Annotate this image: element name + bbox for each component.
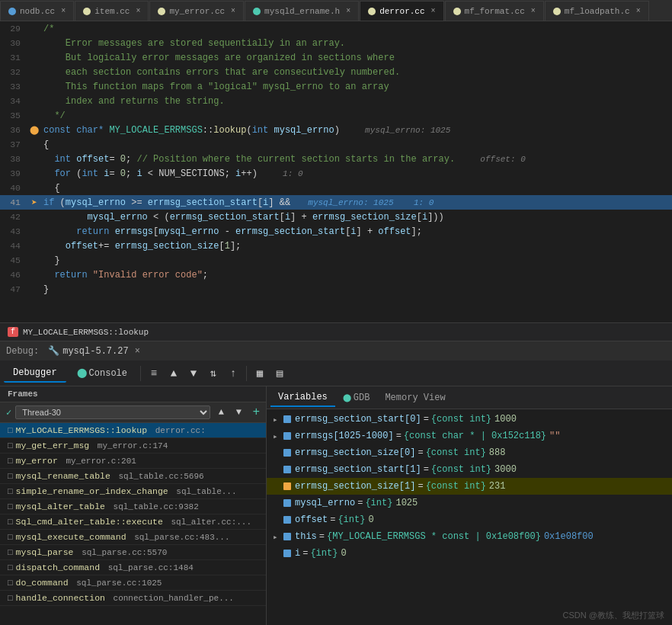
var-dot-6 <box>283 516 291 524</box>
frame-item-8[interactable]: □ mysql_parse sql_parse.cc:5570 <box>0 545 266 560</box>
debug-btn-list[interactable]: ▤ <box>270 364 289 383</box>
var-dot-0 <box>283 415 291 423</box>
tab-derror[interactable]: derror.cc × <box>360 1 443 21</box>
frame-icon-4: □ <box>8 487 13 496</box>
code-line-29: 29 /* <box>0 21 672 36</box>
debug-btn-grid[interactable]: ▦ <box>251 364 269 383</box>
frame-item-2[interactable]: □ my_error my_error.c:201 <box>0 454 266 469</box>
code-view: 29 /* 30 Error messages are stored seque… <box>0 21 672 322</box>
var-expand-0[interactable]: ▸ <box>273 415 283 425</box>
code-line-37: 37 { <box>0 137 672 152</box>
function-label: MY_LOCALE_ERRMSGS::lookup <box>23 328 149 337</box>
var-expand-1[interactable]: ▸ <box>273 431 283 441</box>
var-dot-1 <box>283 432 291 440</box>
tab-item[interactable]: item.cc × <box>75 1 149 21</box>
code-line-30: 30 Error messages are stored sequentiall… <box>0 36 672 50</box>
tab-close-derror[interactable]: × <box>431 7 436 15</box>
debug-btn-down[interactable]: ▼ <box>184 364 203 383</box>
frame-item-9[interactable]: □ dispatch_command sql_parse.cc:1484 <box>0 560 266 575</box>
var-row-5: mysql_errno = {int} 1025 <box>267 495 672 511</box>
code-line-43: 43 return errmsgs[mysql_errno - errmsg_s… <box>0 224 672 239</box>
tab-mf-loadpath[interactable]: mf_loadpath.c × <box>545 1 649 21</box>
frame-name-6: Sql_cmd_alter_table::execute <box>16 517 163 527</box>
var-dot-8 <box>283 550 291 557</box>
vars-tab-gdb[interactable]: ⬤GDB <box>335 389 378 406</box>
code-line-32: 32 each section contains errors that are… <box>0 65 672 79</box>
frame-file-4: sql_table... <box>171 487 237 496</box>
var-dot-5 <box>283 499 291 507</box>
code-content: 29 /* 30 Error messages are stored seque… <box>0 21 672 322</box>
tab-close-mysqld-ername[interactable]: × <box>346 7 350 15</box>
frame-icon-10: □ <box>8 579 13 588</box>
watermark: CSDN @教练、我想打篮球 <box>563 610 664 621</box>
debug-btn-updown[interactable]: ⇅ <box>204 364 222 383</box>
tab-nodb[interactable]: nodb.cc × <box>0 1 74 21</box>
frame-file-3: sql_table.cc:5696 <box>114 472 204 481</box>
tab-debugger[interactable]: Debugger <box>4 364 66 383</box>
frame-item-0[interactable]: □ MY_LOCALE_ERRMSGS::lookup derror.cc: <box>0 423 266 438</box>
frame-name-5: mysql_alter_table <box>16 502 105 511</box>
frame-item-1[interactable]: □ my_get_err_msg my_error.c:174 <box>0 438 266 454</box>
debug-btn-up[interactable]: ▲ <box>165 364 183 383</box>
debug-btn-menu[interactable]: ≡ <box>145 364 163 383</box>
tab-mysqld-ername[interactable]: mysqld_ername.h × <box>245 1 359 21</box>
var-dot-4 <box>283 482 291 490</box>
frame-item-3[interactable]: □ mysql_rename_table sql_table.cc:5696 <box>0 469 266 484</box>
frame-item-10[interactable]: □ do_command sql_parse.cc:1025 <box>0 575 266 591</box>
add-thread-btn[interactable]: + <box>252 405 260 419</box>
var-expand-7[interactable]: ▸ <box>273 532 283 542</box>
thread-nav-down[interactable]: ▼ <box>232 405 245 419</box>
frame-icon-6: □ <box>8 518 13 527</box>
frame-icon-9: □ <box>8 563 13 572</box>
tab-icon-my-error <box>158 8 165 15</box>
tab-close-item[interactable]: × <box>136 7 140 15</box>
frame-name-11: handle_connection <box>16 593 105 603</box>
frame-item-6[interactable]: □ Sql_cmd_alter_table::execute sql_alter… <box>0 514 266 530</box>
code-line-31: 31 But logically error messages are orga… <box>0 50 672 65</box>
editor-area: 29 /* 30 Error messages are stored seque… <box>0 21 672 322</box>
frame-icon-2: □ <box>8 457 13 466</box>
vars-tab-variables[interactable]: Variables <box>270 389 335 407</box>
frame-name-10: do_command <box>16 578 69 588</box>
vars-list: ▸ errmsg_section_start[0] = {const int} … <box>267 409 672 625</box>
var-row-3: errmsg_section_start[1] = {const int} 30… <box>267 461 672 478</box>
frame-item-5[interactable]: □ mysql_alter_table sql_table.cc:9382 <box>0 499 266 514</box>
function-icon: f <box>8 327 18 337</box>
frame-icon-11: □ <box>8 594 13 603</box>
tab-close-nodb[interactable]: × <box>61 7 66 15</box>
frame-item-11[interactable]: □ handle_connection connection_handler_p… <box>0 591 266 606</box>
var-row-1: ▸ errmsgs[1025-1000] = {const char * | 0… <box>267 428 672 444</box>
thread-check: ✓ <box>6 407 11 418</box>
var-expand-4 <box>273 482 283 491</box>
code-line-45: 45 } <box>0 253 672 268</box>
var-row-4: errmsg_section_size[1] = {const int} 231 <box>267 478 672 495</box>
frame-item-4[interactable]: □ simple_rename_or_index_change sql_tabl… <box>0 484 266 499</box>
code-line-40: 40 { <box>0 181 672 195</box>
var-row-2: errmsg_section_size[0] = {const int} 888 <box>267 444 672 461</box>
debug-panels: Frames ✓ Thread-30 ▲ ▼ + □ MY_LOCALE_ERR… <box>0 386 672 625</box>
frame-icon-5: □ <box>8 502 13 511</box>
tab-my-error[interactable]: my_error.cc × <box>149 1 244 21</box>
tab-close-mf-loadpath[interactable]: × <box>636 7 641 15</box>
code-line-41: 41 ➤ if (mysql_errno >= errmsg_section_s… <box>0 195 672 210</box>
debug-btn-up2[interactable]: ↑ <box>224 364 242 383</box>
frame-name-7: mysql_execute_command <box>16 532 126 542</box>
thread-nav-up[interactable]: ▲ <box>214 405 228 419</box>
debug-session[interactable]: 🔧 mysql-5.7.27 × <box>48 345 140 357</box>
code-line-44: 44 offset+= errmsg_section_size[1]; <box>0 239 672 253</box>
frame-item-7[interactable]: □ mysql_execute_command sql_parse.cc:483… <box>0 530 266 545</box>
vars-tab-memory[interactable]: Memory View <box>377 389 453 406</box>
tab-console[interactable]: ⬤Console <box>68 364 136 382</box>
frame-icon-8: □ <box>8 548 13 557</box>
toolbar-sep-1 <box>140 366 141 381</box>
tab-icon-mf-loadpath <box>553 8 561 15</box>
tab-close-mf-format[interactable]: × <box>531 7 536 15</box>
thread-select[interactable]: Thread-30 <box>15 405 210 419</box>
tab-close-my-error[interactable]: × <box>231 7 235 15</box>
session-close[interactable]: × <box>135 346 140 357</box>
debug-toolbar: Debugger ⬤Console ≡ ▲ ▼ ⇅ ↑ ▦ ▤ <box>0 361 672 386</box>
frame-file-10: sql_parse.cc:1025 <box>72 579 162 588</box>
frame-name-9: dispatch_command <box>16 562 100 572</box>
frame-name-0: MY_LOCALE_ERRMSGS::lookup <box>16 425 148 435</box>
tab-mf-format[interactable]: mf_format.cc × <box>445 1 544 21</box>
